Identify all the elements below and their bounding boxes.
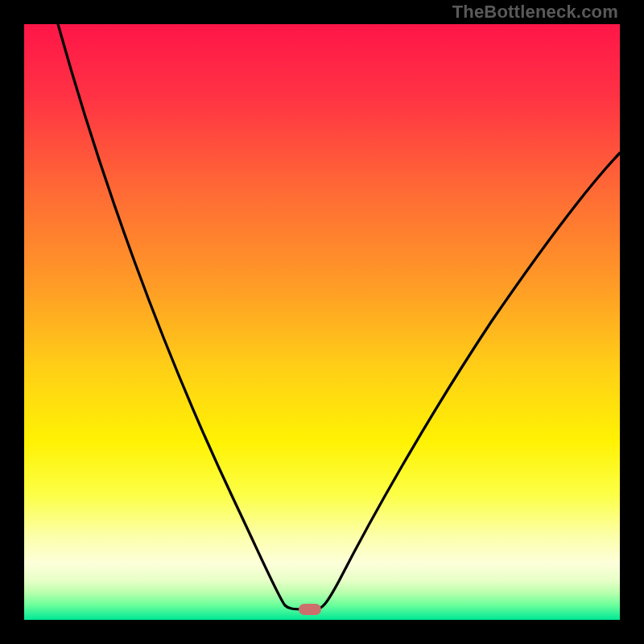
bottleneck-curve	[24, 24, 620, 620]
optimal-point-marker	[299, 604, 321, 615]
watermark-text: TheBottleneck.com	[452, 2, 618, 23]
chart-container: TheBottleneck.com	[0, 0, 644, 644]
plot-area	[24, 24, 620, 620]
